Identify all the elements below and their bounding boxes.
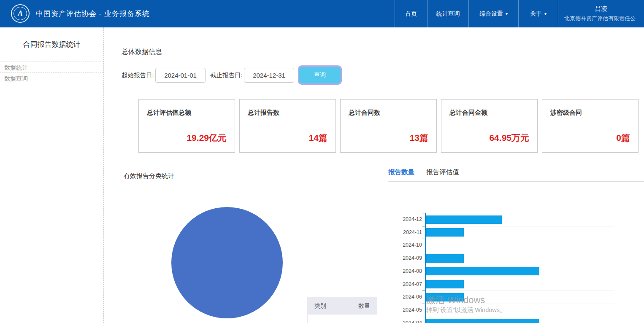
end-date-input[interactable] (244, 68, 294, 83)
windows-activation-watermark-sub: 转到“设置”以激活 Windows。 (426, 306, 506, 314)
stat-card-total-appraised-value: 总计评估值总额 19.29亿元 (138, 99, 235, 153)
caret-down-icon: ▾ (544, 11, 547, 16)
query-button[interactable]: 查询 (298, 65, 342, 85)
stat-card-total-reports: 总计报告数 14篇 (239, 99, 336, 153)
stat-value: 64.95万元 (489, 132, 529, 144)
nav-item-statistics-query[interactable]: 统计查询 (427, 0, 468, 27)
gridline (426, 317, 614, 317)
bar-2024-09 (426, 254, 464, 263)
stat-value: 0篇 (616, 132, 630, 144)
column-header-category: 类别 (307, 302, 358, 310)
bar-axis-label: 2024-10 (397, 239, 422, 252)
sidebar-item-data-statistics[interactable]: 数据统计 (0, 62, 103, 73)
gridline (426, 226, 614, 226)
start-date-label: 起始报告日: (122, 68, 154, 83)
stat-card-classified-contracts: 涉密级合同 0篇 (542, 99, 639, 153)
stat-value: 14篇 (309, 132, 327, 144)
gridline (426, 239, 614, 239)
bar-2024-11 (426, 228, 464, 237)
user-name: 吕凌 (558, 5, 644, 13)
bar-axis-label: 2024-09 (397, 252, 422, 265)
page-title: 总体数据信息 (122, 48, 162, 57)
tab-report-count[interactable]: 报告数量 (388, 168, 414, 181)
bar-axis-label: 2024-08 (397, 265, 422, 278)
app-window: A 中国资产评估协会 - 业务报备系统 首页 统计查询 综合设置 ▾ 关于 ▾ … (0, 0, 644, 323)
gridline (426, 278, 614, 278)
bar-axis-label: 2024-06 (397, 291, 422, 304)
column-header-count: 数量 (358, 302, 377, 310)
stat-card-total-contract-amount: 总计合同金额 64.95万元 (441, 99, 538, 153)
chart-tabs: 报告数量 报告评估值 (388, 168, 459, 181)
association-logo-icon: A (11, 4, 30, 23)
tab-underline (388, 181, 644, 182)
end-date-label: 截止报告日: (210, 68, 243, 83)
bar-2024-07 (426, 280, 464, 288)
user-menu[interactable]: 吕凌 北京德祥资产评估有限责任公 (558, 0, 644, 27)
bar-2024-08 (426, 267, 539, 275)
pie-chart (171, 207, 283, 318)
stat-value: 13篇 (410, 132, 428, 144)
pie-legend-table-header: 类别 数量 (307, 297, 377, 315)
gridline (426, 265, 614, 265)
bar-axis-label: 2024-11 (397, 226, 422, 239)
nav-item-home[interactable]: 首页 (395, 0, 427, 27)
gridline (426, 291, 614, 291)
stat-card-total-contracts: 总计合同数 13篇 (340, 99, 437, 153)
gridline (426, 252, 614, 252)
start-date-input[interactable] (155, 68, 206, 83)
caret-down-icon: ▾ (506, 11, 508, 16)
sidebar: 合同报告数据统计 数据统计 数据查询 (0, 27, 104, 323)
user-organization: 北京德祥资产评估有限责任公 (558, 15, 644, 22)
app-title: 中国资产评估协会 - 业务报备系统 (36, 0, 150, 27)
pie-legend-table-row (307, 315, 377, 323)
top-navbar: A 中国资产评估协会 - 业务报备系统 首页 统计查询 综合设置 ▾ 关于 ▾ … (0, 0, 644, 27)
nav-item-about[interactable]: 关于 ▾ (518, 0, 558, 27)
sidebar-item-data-query[interactable]: 数据查询 (0, 73, 103, 84)
bar-2024-12 (426, 215, 502, 224)
tab-report-appraised-value[interactable]: 报告评估值 (426, 168, 459, 181)
bar-axis-label: 2024-07 (397, 278, 422, 291)
y-axis-line (425, 213, 426, 323)
stat-value: 19.29亿元 (187, 132, 227, 144)
bar-axis-label: 2024-12 (397, 213, 422, 226)
sidebar-title: 合同报告数据统计 (0, 27, 103, 62)
bar-2024-04 (426, 319, 539, 323)
bar-axis-label: 2024-04 (397, 317, 422, 323)
pie-legend-table: 类别 数量 (307, 297, 377, 323)
bar-axis-label: 2024-05 (397, 304, 422, 317)
nav-item-settings[interactable]: 综合设置 ▾ (468, 0, 518, 27)
nav-menu: 首页 统计查询 综合设置 ▾ 关于 ▾ 吕凌 北京德祥资产评估有限责任公 (395, 0, 644, 27)
pie-chart-title: 有效报告分类统计 (124, 172, 174, 180)
windows-activation-watermark: 激活 Windows (426, 294, 485, 307)
